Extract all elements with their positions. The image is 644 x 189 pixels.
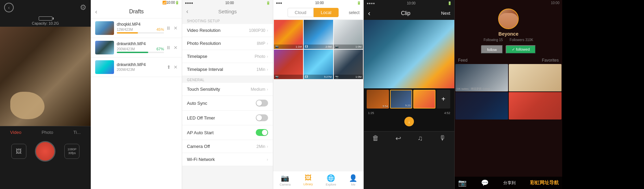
playhead-icon[interactable]: ↓ [404, 117, 414, 126]
chevron-right-icon: › [267, 87, 268, 92]
gallery-bottom-nav: 📷 Camera 🖼 Library 🌐 Explore 👤 Me [273, 171, 364, 189]
settings-item-touch-sensitivity[interactable]: Touch Sensitivity Medium › [182, 83, 273, 96]
clip-thumb-1[interactable]: 5:54 [367, 90, 389, 109]
favorites-text: Favorites [542, 58, 559, 63]
back-button[interactable]: ‹ [95, 8, 97, 15]
gallery-item[interactable]: 📷1:1M [274, 20, 303, 49]
auto-sync-toggle[interactable] [256, 100, 268, 106]
feed-item[interactable] [509, 92, 561, 119]
following-count: Following 15 [483, 38, 503, 42]
settings-item-camera-off[interactable]: Camera Off 2Min › [182, 140, 273, 153]
clip-add-button[interactable]: + [437, 90, 450, 109]
settings-item-timelapse[interactable]: Timelapse Photo › [182, 50, 273, 63]
nav-library[interactable]: 🖼 Library [303, 174, 313, 186]
gallery-header-row: Cloud Local select [273, 6, 364, 19]
delete-button[interactable]: 🗑 [372, 134, 379, 142]
settings-item-led-off-timer[interactable]: LED Off Timer [182, 111, 273, 125]
download-item: dnkwnklhh.MP4 200M/423M ⬆ ✕ [91, 58, 182, 77]
clip-time-label: 5:23 [405, 104, 411, 107]
gallery-item[interactable]: 📷1:0M [334, 50, 363, 79]
setting-value: Medium › [251, 87, 268, 92]
nav-me-label: Me [351, 183, 355, 186]
download-thumbnail [95, 60, 114, 74]
upload-icon[interactable]: ⬆ [167, 64, 171, 70]
gear-icon[interactable]: ⚙ [80, 3, 87, 12]
settings-item-auto-sync[interactable]: Auto Sync [182, 96, 273, 111]
clip-header: ‹ Clip Next [364, 7, 454, 20]
time-start: 1:25 [368, 111, 374, 115]
back-button[interactable]: ‹ [186, 8, 188, 15]
clip-thumb-2[interactable]: 5:23 [390, 90, 412, 109]
camera-icon[interactable]: 📷 [458, 179, 467, 187]
battery-icon: 🔋 [266, 1, 270, 5]
follow-button[interactable]: follow [481, 45, 503, 54]
pause-icon[interactable]: ⏸ [166, 45, 171, 50]
next-button[interactable]: Next [441, 11, 450, 16]
settings-item-video-resolution[interactable]: Video Resolution 1080P30 › [182, 24, 273, 37]
undo-button[interactable]: ↩ [395, 134, 401, 142]
settings-title: Settings [218, 9, 237, 14]
clip-title: Clip [401, 10, 411, 16]
settings-header: ‹ Settings [182, 6, 273, 17]
feed-item[interactable] [509, 64, 561, 91]
time-labels: 1:25 4:52 [367, 111, 452, 115]
download-actions: ⬆ ✕ [167, 64, 178, 70]
gallery-item[interactable]: 📷 [274, 50, 303, 79]
tab-cloud[interactable]: Cloud [288, 8, 314, 17]
gallery-item[interactable]: 📷1:0M [334, 20, 363, 49]
back-button[interactable]: ‹ [368, 9, 370, 17]
media-icon: 📷 [275, 75, 279, 78]
settings-status-bar: ●●●● 10:00 🔋 [182, 0, 273, 6]
nav-explore-label: Explore [326, 183, 336, 186]
feed-grid: OK ladies · 潮流穿搭 Come... [455, 63, 562, 120]
gallery-item[interactable]: 🎞5:27M [304, 50, 333, 79]
tab-photo[interactable]: Photo [39, 129, 56, 136]
led-off-timer-toggle[interactable] [256, 114, 268, 121]
pause-icon[interactable]: ⏸ [166, 25, 171, 31]
settings-item-ap-auto-start[interactable]: AP Auto Start [182, 125, 273, 140]
media-icon: 📷 [335, 45, 339, 48]
shutter-button[interactable] [35, 141, 55, 162]
clip-thumb-3[interactable] [413, 90, 435, 109]
tab-timelapse[interactable]: Ti... [71, 129, 83, 136]
nav-camera-label: Camera [280, 183, 291, 186]
settings-item-wifi-network[interactable]: Wi-Fi Network › [182, 153, 273, 166]
cancel-icon[interactable]: ✕ [174, 45, 178, 50]
nav-me[interactable]: 👤 Me [349, 174, 357, 186]
music-button[interactable]: ♫ [418, 134, 423, 142]
cancel-icon[interactable]: ✕ [174, 64, 178, 70]
settings-item-photo-resolution[interactable]: Photo Resolution 8MP › [182, 37, 273, 50]
setting-label: Timelapse [187, 54, 207, 59]
back-icon[interactable]: ‹ [4, 3, 14, 12]
status-time: 10:00 [166, 1, 175, 4]
panel-camera: ‹ ⚙ Capacity: 10.2G Video Photo Ti... 🖼 … [0, 0, 91, 189]
message-button[interactable]: ✓ followed [506, 45, 536, 54]
battery-indicator [39, 16, 52, 21]
setting-label: Touch Sensitivity [187, 87, 220, 92]
ap-auto-start-toggle[interactable] [256, 129, 268, 136]
feed-item[interactable] [455, 92, 508, 119]
signal-icon: ●●● [276, 1, 282, 5]
select-button[interactable]: select [349, 10, 359, 15]
gallery-grid: 📷1:1M 🎞2:5M 📷1:0M 📷 🎞5:27M 📷1:0M [273, 19, 364, 80]
tab-local[interactable]: Local [314, 8, 339, 17]
chevron-right-icon: › [267, 144, 268, 149]
cancel-icon[interactable]: ✕ [174, 25, 178, 31]
add-icon: + [441, 95, 445, 103]
settings-item-timelapse-interval[interactable]: Timelapse Interval 1Min › [182, 63, 273, 76]
panel-settings: ●●●● 10:00 🔋 ‹ Settings SHOOTING SETUP V… [182, 0, 273, 189]
nav-explore[interactable]: 🌐 Explore [326, 174, 336, 186]
download-item: dnkwnklhh.MP4 200M/423M 67% ⏸ ✕ [91, 38, 182, 58]
setting-label: Photo Resolution [187, 41, 221, 46]
quality-button[interactable]: 1080P30fps [64, 144, 79, 159]
library-nav-icon: 🖼 [305, 174, 312, 182]
feed-item[interactable]: OK ladies · 潮流穿搭 Come... [455, 64, 508, 91]
wechat-icon[interactable]: 💬 [481, 179, 489, 187]
nav-camera[interactable]: 📷 Camera [280, 174, 291, 186]
shooting-setup-label: SHOOTING SETUP [182, 17, 273, 24]
gallery-button[interactable]: 🖼 [11, 144, 26, 159]
camera-tabs: Video Photo Ti... [0, 126, 91, 137]
tab-video[interactable]: Video [7, 129, 24, 136]
voice-button[interactable]: 🎙 [439, 134, 446, 142]
gallery-item[interactable]: 🎞2:5M [304, 20, 333, 49]
